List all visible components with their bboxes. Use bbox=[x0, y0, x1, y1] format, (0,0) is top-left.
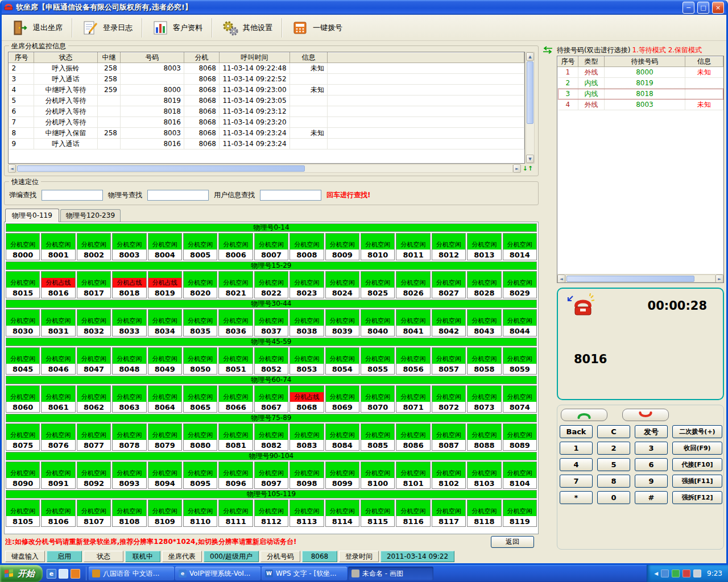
tab-physical-0-119[interactable]: 物理号0-119 bbox=[5, 209, 59, 222]
wait-row[interactable]: 1外线8000未知 bbox=[558, 67, 723, 78]
extension-cell-8072[interactable]: 分机空闲8072 bbox=[432, 385, 466, 413]
extension-cell-8070[interactable]: 分机空闲8070 bbox=[361, 385, 395, 413]
extension-cell-8075[interactable]: 分机空闲8075 bbox=[6, 423, 40, 451]
extension-cell-8003[interactable]: 分机空闲8003 bbox=[112, 233, 146, 260]
extension-cell-8017[interactable]: 分机空闲8017 bbox=[77, 271, 111, 298]
taskbar-task[interactable]: 八国语音 中文语... bbox=[89, 567, 174, 580]
extension-cell-8066[interactable]: 分机空闲8066 bbox=[218, 385, 253, 413]
extension-cell-8051[interactable]: 分机空闲8051 bbox=[218, 347, 253, 375]
extension-cell-8105[interactable]: 分机空闲8105 bbox=[6, 500, 40, 527]
one-key-dial-button[interactable]: 一键拨号 bbox=[285, 17, 349, 39]
extension-cell-8052[interactable]: 分机空闲8052 bbox=[254, 347, 288, 375]
monitor-vertical-scrollbar[interactable]: ▲ ▼ bbox=[526, 52, 535, 164]
taskbar-task[interactable]: 未命名 - 画图 bbox=[348, 567, 433, 580]
extension-cell-8084[interactable]: 分机空闲8084 bbox=[325, 423, 359, 451]
keypad-button[interactable]: 代接[F10] bbox=[672, 458, 722, 471]
extension-cell-8087[interactable]: 分机空闲8087 bbox=[432, 423, 466, 451]
extension-cell-8090[interactable]: 分机空闲8090 bbox=[6, 462, 40, 489]
keypad-button[interactable]: 6 bbox=[635, 458, 668, 471]
monitor-row[interactable]: 3呼入通话258806811-03-14 09:22:52 bbox=[9, 74, 524, 85]
extension-cell-8065[interactable]: 分机空闲8065 bbox=[183, 385, 217, 413]
volume-icon[interactable] bbox=[693, 569, 701, 577]
tab-physical-120-239[interactable]: 物理号120-239 bbox=[60, 209, 121, 222]
extension-cell-8047[interactable]: 分机空闲8047 bbox=[77, 347, 111, 375]
keypad-button[interactable]: 强插[F11] bbox=[672, 475, 722, 488]
keypad-button[interactable]: # bbox=[635, 491, 668, 504]
extension-cell-8108[interactable]: 分机空闲8108 bbox=[112, 500, 146, 527]
extension-cell-8097[interactable]: 分机空闲8097 bbox=[254, 462, 288, 489]
extension-cell-8000[interactable]: 分机空闲8000 bbox=[6, 233, 40, 260]
extension-cell-8048[interactable]: 分机空闲8048 bbox=[112, 347, 146, 375]
user-info-search-input[interactable] bbox=[260, 190, 321, 201]
media-player-icon[interactable] bbox=[71, 569, 80, 579]
keypad-button[interactable]: 3 bbox=[635, 442, 668, 455]
keypad-button[interactable]: 7 bbox=[560, 475, 593, 488]
extension-cell-8080[interactable]: 分机空闲8080 bbox=[183, 423, 217, 451]
extension-cell-8004[interactable]: 分机空闲8004 bbox=[148, 233, 182, 260]
extension-cell-8061[interactable]: 分机空闲8061 bbox=[41, 385, 75, 413]
extension-cell-8021[interactable]: 分机空闲8021 bbox=[218, 271, 253, 298]
extension-cell-8101[interactable]: 分机空闲8101 bbox=[396, 462, 430, 489]
extension-cell-8109[interactable]: 分机空闲8109 bbox=[148, 500, 182, 527]
scrollbar-thumb[interactable] bbox=[566, 276, 694, 282]
monitor-horizontal-scrollbar[interactable]: ◄ ► ↓↑ bbox=[8, 164, 535, 173]
extension-cell-8011[interactable]: 分机空闲8011 bbox=[396, 233, 430, 260]
monitor-row[interactable]: 9呼入通话8016806811-03-14 09:23:24 bbox=[9, 139, 524, 149]
extension-cell-8081[interactable]: 分机空闲8081 bbox=[218, 423, 253, 451]
taskbar-task[interactable]: WWPS 文字 - [软坐... bbox=[262, 567, 347, 580]
extension-cell-8071[interactable]: 分机空闲8071 bbox=[396, 385, 430, 413]
extension-cell-8102[interactable]: 分机空闲8102 bbox=[432, 462, 466, 489]
extension-cell-8116[interactable]: 分机空闲8116 bbox=[396, 500, 430, 527]
monitor-row[interactable]: 2呼入振铃2588003806811-03-14 09:22:48未知 bbox=[9, 63, 524, 74]
extension-cell-8006[interactable]: 分机空闲8006 bbox=[218, 233, 253, 260]
monitor-row[interactable]: 4中继呼入等待2598000806811-03-14 09:23:00未知 bbox=[9, 85, 524, 95]
monitor-row[interactable]: 8中继呼入保留2588003806811-03-14 09:23:24未知 bbox=[9, 128, 524, 139]
extension-cell-8110[interactable]: 分机空闲8110 bbox=[183, 500, 217, 527]
keypad-button[interactable]: Back bbox=[560, 425, 593, 438]
extension-cell-8040[interactable]: 分机空闲8040 bbox=[361, 309, 395, 336]
extension-cell-8082[interactable]: 分机空闲8082 bbox=[254, 423, 288, 451]
extension-cell-8025[interactable]: 分机空闲8025 bbox=[361, 271, 395, 298]
extension-cell-8099[interactable]: 分机空闲8099 bbox=[325, 462, 359, 489]
wait-horizontal-scrollbar[interactable]: ◄ ► bbox=[557, 274, 723, 282]
extension-cell-8086[interactable]: 分机空闲8086 bbox=[396, 423, 430, 451]
extension-cell-8056[interactable]: 分机空闲8056 bbox=[396, 347, 430, 375]
extension-cell-8010[interactable]: 分机空闲8010 bbox=[361, 233, 395, 260]
close-button[interactable]: × bbox=[712, 2, 724, 14]
physical-number-search-input[interactable] bbox=[147, 190, 209, 201]
extension-cell-8112[interactable]: 分机空闲8112 bbox=[254, 500, 288, 527]
scrollbar-thumb[interactable] bbox=[17, 165, 305, 172]
extension-cell-8001[interactable]: 分机空闲8001 bbox=[41, 233, 75, 260]
hangup-button[interactable] bbox=[622, 409, 669, 421]
extension-cell-8119[interactable]: 分机空闲8119 bbox=[503, 500, 537, 527]
extension-cell-8024[interactable]: 分机空闲8024 bbox=[325, 271, 359, 298]
keypad-button[interactable]: 发号 bbox=[635, 425, 668, 438]
keypad-button[interactable]: 9 bbox=[635, 475, 668, 488]
extension-cell-8035[interactable]: 分机空闲8035 bbox=[183, 309, 217, 336]
keypad-button[interactable]: 8 bbox=[597, 475, 630, 488]
extension-cell-8055[interactable]: 分机空闲8055 bbox=[361, 347, 395, 375]
extension-cell-8117[interactable]: 分机空闲8117 bbox=[432, 500, 466, 527]
keypad-button[interactable]: 1 bbox=[560, 442, 593, 455]
extension-cell-8074[interactable]: 分机空闲8074 bbox=[503, 385, 537, 413]
monitor-row[interactable]: 6分机呼入等待8018806811-03-14 09:23:12 bbox=[9, 106, 524, 117]
extension-cell-8044[interactable]: 分机空闲8044 bbox=[503, 309, 537, 336]
tray-collapse-icon[interactable]: ◀ bbox=[654, 571, 658, 576]
extension-cell-8083[interactable]: 分机空闲8083 bbox=[289, 423, 324, 451]
scroll-left-icon[interactable]: ◄ bbox=[557, 275, 565, 283]
red-status-icon[interactable] bbox=[682, 569, 690, 577]
green-status-icon[interactable] bbox=[672, 569, 680, 577]
keypad-button[interactable]: 0 bbox=[597, 491, 630, 504]
keypad-button[interactable]: 二次拨号(+) bbox=[672, 425, 722, 438]
extension-cell-8037[interactable]: 分机空闲8037 bbox=[254, 309, 288, 336]
extension-cell-8043[interactable]: 分机空闲8043 bbox=[467, 309, 501, 336]
extension-cell-8077[interactable]: 分机空闲8077 bbox=[77, 423, 111, 451]
extension-cell-8022[interactable]: 分机空闲8022 bbox=[254, 271, 288, 298]
maximize-button[interactable]: □ bbox=[697, 2, 709, 14]
extension-cell-8013[interactable]: 分机空闲8013 bbox=[467, 233, 501, 260]
extension-cell-8064[interactable]: 分机空闲8064 bbox=[148, 385, 182, 413]
extension-cell-8033[interactable]: 分机空闲8033 bbox=[112, 309, 146, 336]
code-search-input[interactable] bbox=[42, 190, 103, 201]
extension-cell-8079[interactable]: 分机空闲8079 bbox=[148, 423, 182, 451]
extension-cell-8091[interactable]: 分机空闲8091 bbox=[41, 462, 75, 489]
